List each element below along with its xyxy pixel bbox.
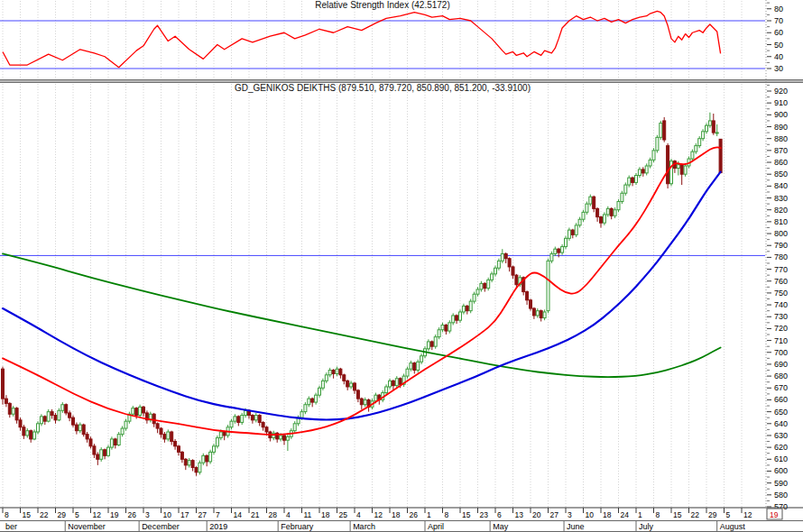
- price-tick-label: 600: [774, 466, 788, 475]
- day-tick-label: 21: [251, 510, 260, 519]
- day-tick-label: 19: [110, 510, 119, 519]
- price-tick-label: 680: [774, 371, 788, 381]
- rsi-plot-area[interactable]: [0, 0, 765, 79]
- rsi-tick-label: 30: [774, 64, 783, 73]
- day-tick-label: 26: [128, 510, 137, 519]
- price-tick-label: 690: [774, 360, 788, 369]
- price-tick-label: 670: [774, 383, 788, 392]
- price-tick-label: 810: [774, 217, 788, 226]
- price-tick-label: 660: [774, 395, 788, 404]
- price-tick-label: 830: [774, 194, 788, 203]
- price-tick-label: 640: [774, 419, 788, 428]
- day-tick-label: 12: [374, 510, 383, 519]
- price-tick-label: 620: [774, 443, 788, 452]
- rsi-tick-label: 70: [774, 16, 783, 25]
- price-tick-label: 720: [774, 324, 788, 333]
- price-tick-label: 730: [774, 312, 788, 321]
- price-tick-label: 800: [774, 229, 788, 238]
- price-tick-label: 920: [774, 87, 788, 96]
- day-tick-label: 18: [603, 510, 612, 519]
- day-tick-label: 4: [356, 510, 361, 519]
- price-tick-label: 610: [774, 454, 788, 463]
- day-tick-label: 17: [180, 510, 189, 519]
- price-tick-label: 860: [774, 158, 788, 167]
- price-tick-label: 630: [774, 431, 788, 440]
- month-label: May: [493, 522, 509, 531]
- month-label: April: [428, 522, 444, 531]
- day-tick-label: 13: [515, 510, 524, 519]
- day-tick-label: 22: [691, 510, 700, 519]
- day-tick-label: 12: [93, 510, 102, 519]
- rsi-tick-label: 50: [774, 41, 783, 50]
- day-tick-label: 8: [5, 510, 9, 519]
- price-tick-label: 840: [774, 181, 788, 190]
- day-tick-label: 29: [708, 510, 717, 519]
- rsi-tick-label: 60: [774, 28, 783, 37]
- price-tick-label: 850: [774, 170, 788, 179]
- price-tick-label: 750: [774, 289, 788, 298]
- month-label: ber: [5, 522, 17, 531]
- stock-chart-window: 8070605040309209109008908808708608508408…: [0, 0, 803, 532]
- price-tick-label: 770: [774, 265, 788, 274]
- day-tick-label: 29: [58, 510, 67, 519]
- price-tick-label: 760: [774, 277, 788, 286]
- price-tick-label: 870: [774, 146, 788, 155]
- day-tick-label: 8: [656, 510, 660, 519]
- day-tick-label: 25: [339, 510, 348, 519]
- day-tick-label: 28: [269, 510, 278, 519]
- price-tick-label: 740: [774, 300, 788, 309]
- rsi-tick-label: 40: [774, 52, 783, 61]
- price-tick-label: 590: [774, 479, 788, 488]
- day-tick-label: 6: [497, 510, 502, 519]
- price-tick-label: 700: [774, 348, 788, 357]
- day-tick-label: 20: [532, 510, 541, 519]
- price-tick-label: 790: [774, 241, 788, 250]
- day-tick-label: 18: [392, 510, 401, 519]
- day-tick-label: 15: [673, 510, 682, 519]
- day-tick-label: 15: [23, 510, 32, 519]
- day-tick-label: 10: [163, 510, 172, 519]
- month-label: December: [142, 522, 180, 531]
- day-tick-label: 12: [743, 510, 752, 519]
- price-chart-svg: 8070605040309209109008908808708608508408…: [0, 0, 803, 532]
- price-tick-label: 650: [774, 408, 788, 417]
- main-plot-area[interactable]: [0, 83, 765, 508]
- month-label: August: [720, 522, 746, 531]
- month-label: July: [639, 522, 654, 531]
- day-tick-label: 3: [568, 510, 572, 519]
- day-tick-label: 27: [550, 510, 559, 519]
- price-tick-label: 780: [774, 252, 788, 261]
- day-tick-label: 5: [75, 510, 79, 519]
- month-label: March: [353, 522, 375, 531]
- corner-date-label: 19: [770, 510, 779, 519]
- month-label: June: [567, 522, 585, 531]
- rsi-tick-label: 80: [774, 5, 783, 14]
- day-tick-label: 1: [427, 510, 431, 519]
- day-tick-label: 24: [621, 510, 630, 519]
- day-tick-label: 18: [321, 510, 330, 519]
- day-tick-label: 3: [145, 510, 150, 519]
- month-label: February: [281, 522, 314, 531]
- price-tick-label: 880: [774, 134, 788, 143]
- month-label: 2019: [209, 522, 227, 531]
- price-tick-label: 580: [774, 491, 788, 500]
- day-tick-label: 11: [304, 510, 312, 519]
- day-tick-label: 23: [480, 510, 489, 519]
- day-tick-label: 1: [638, 510, 642, 519]
- price-tick-label: 900: [774, 110, 788, 119]
- price-tick-label: 820: [774, 206, 788, 215]
- day-tick-label: 14: [234, 510, 243, 519]
- day-tick-label: 15: [462, 510, 471, 519]
- month-label: November: [68, 522, 106, 531]
- day-tick-label: 8: [445, 510, 449, 519]
- day-tick-label: 4: [286, 510, 291, 519]
- day-tick-label: 5: [726, 510, 731, 519]
- day-tick-label: 7: [216, 510, 220, 519]
- price-tick-label: 710: [774, 336, 788, 345]
- price-tick-label: 890: [774, 123, 788, 132]
- day-tick-label: 26: [410, 510, 419, 519]
- price-tick-label: 910: [774, 98, 788, 107]
- day-tick-label: 10: [586, 510, 595, 519]
- day-tick-label: 27: [198, 510, 208, 519]
- day-tick-label: 22: [40, 510, 49, 519]
